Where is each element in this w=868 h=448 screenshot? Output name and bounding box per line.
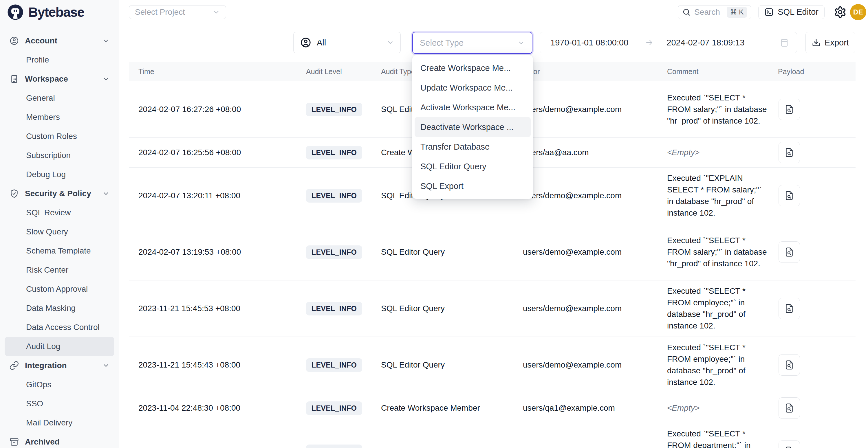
cell-comment: Executed `"SELECT * FROM salary;"` in da… [667,92,778,127]
avatar[interactable]: DE [850,4,866,20]
sidebar-section-archived[interactable]: Archived [5,433,114,448]
cell-payload [778,354,856,376]
audit-level-badge: LEVEL_INFO [306,402,362,415]
type-menu-item-label: Activate Workspace Me... [421,103,515,112]
cell-audit-level: LEVEL_INFO [306,189,381,202]
sidebar-item-label: Integration [25,361,67,370]
topbar-right: Search ⌘ K SQL Editor DE [678,4,866,20]
audit-level-badge: LEVEL_INFO [306,103,362,116]
cell-payload [778,298,856,319]
cell-audit-type: SQL Editor Query [381,248,523,257]
sidebar-item-general[interactable]: General [5,89,114,108]
type-menu-item-activate-workspace-me[interactable]: Activate Workspace Me... [414,98,531,117]
payload-view-button[interactable] [778,242,800,263]
sidebar-item-label: Audit Log [26,342,60,351]
chevron-down-icon [102,37,110,44]
export-button[interactable]: Export [805,32,855,53]
audit-level-badge: LEVEL_INFO [306,302,362,315]
sidebar-item-label: Data Access Control [26,323,100,332]
cell-time: 2023-11-21 15:45:53 +08:00 [129,304,306,313]
sidebar-item-label: Debug Log [26,170,66,179]
chevron-down-icon [102,75,110,83]
chevron-down-icon [517,39,525,46]
sidebar: Bytebase Account Profile Workspace Gener… [0,0,119,448]
sidebar-section-account[interactable]: Account [5,31,114,50]
col-header-time: Time [129,67,306,76]
terminal-icon [764,7,774,17]
sidebar-item-members[interactable]: Members [5,108,114,127]
sidebar-item-profile[interactable]: Profile [5,50,114,69]
cell-actor: users/demo@example.com [523,360,667,370]
sidebar-item-label: Schema Template [26,246,91,256]
payload-view-button[interactable] [778,99,800,120]
sidebar-item-debug-log[interactable]: Debug Log [5,165,114,184]
date-from-value: 1970-01-01 08:00:00 [550,38,628,47]
cell-comment: Executed `"SELECT * FROM salary;"` in da… [667,235,778,269]
cell-time: 2024-02-07 13:20:11 +08:00 [129,191,306,200]
chevron-down-icon [213,8,220,16]
type-menu-item-label: Transfer Database [421,142,490,152]
payload-view-button[interactable] [778,397,800,419]
settings-button[interactable] [833,5,847,19]
sidebar-item-subscription[interactable]: Subscription [5,146,114,165]
actor-filter-select[interactable]: All [293,32,401,53]
cell-payload [778,441,856,448]
type-menu-item-label: Create Workspace Me... [421,63,511,73]
project-select[interactable]: Select Project [129,5,226,19]
cell-audit-level: LEVEL_INFO [306,103,381,116]
export-label: Export [825,38,849,47]
search-input[interactable]: Search ⌘ K [678,5,751,19]
date-range-picker[interactable]: 1970-01-01 08:00:00 2024-02-07 18:09:13 [540,32,797,53]
cell-actor: users/aa@aa.com [523,148,667,157]
sidebar-section-integration[interactable]: Integration [5,356,114,375]
user-circle-icon [9,36,19,46]
type-menu-item-sql-editor-query[interactable]: SQL Editor Query [414,157,531,176]
type-menu-item-update-workspace-me[interactable]: Update Workspace Me... [414,78,531,98]
cell-payload [778,185,856,206]
type-filter-select[interactable]: Select Type [412,32,532,54]
sidebar-item-sql-review[interactable]: SQL Review [5,203,114,222]
sidebar-item-label: Mail Delivery [26,418,72,427]
cell-time: 2023-11-04 22:48:30 +08:00 [129,404,306,413]
cell-payload [778,99,856,120]
sidebar-item-sso[interactable]: SSO [5,394,114,413]
sql-editor-button[interactable]: SQL Editor [758,5,825,19]
sidebar-item-audit-log[interactable]: Audit Log [5,337,114,356]
sidebar-item-custom-approval[interactable]: Custom Approval [5,280,114,299]
sidebar-item-gitops[interactable]: GitOps [5,375,114,394]
sidebar-item-label: Security & Policy [25,189,91,198]
sidebar-section-workspace[interactable]: Workspace [5,69,114,89]
payload-view-button[interactable] [778,185,800,206]
type-menu-item-create-workspace-me[interactable]: Create Workspace Me... [414,58,531,78]
archive-icon [9,437,19,447]
table-row: 2023-11-04 22:48:30 +08:00 LEVEL_INFO Cr… [129,393,856,423]
type-menu-item-transfer-database[interactable]: Transfer Database [414,137,531,157]
payload-view-button[interactable] [778,142,800,163]
cell-actor: users/demo@example.com [523,191,667,200]
file-search-icon [784,247,795,257]
sidebar-item-mail-delivery[interactable]: Mail Delivery [5,413,114,433]
cell-actor: users/qa1@example.com [523,404,667,413]
sidebar-item-risk-center[interactable]: Risk Center [5,260,114,280]
payload-view-button[interactable] [778,354,800,376]
sidebar-item-data-masking[interactable]: Data Masking [5,299,114,318]
type-menu-item-deactivate-workspace[interactable]: Deactivate Workspace ... [414,117,531,137]
sidebar-item-label: Slow Query [26,227,68,236]
type-menu-item-sql-export[interactable]: SQL Export [414,176,531,196]
sidebar-item-slow-query[interactable]: Slow Query [5,222,114,242]
sidebar-section-security-policy[interactable]: Security & Policy [5,184,114,203]
sidebar-item-label: Workspace [25,74,68,84]
cell-payload [778,397,856,419]
sidebar-item-schema-template[interactable]: Schema Template [5,242,114,260]
file-search-icon [784,360,795,370]
col-header-actor: Actor [523,67,667,76]
cell-audit-level: LEVEL_INFO [306,358,381,372]
sidebar-item-data-access-control[interactable]: Data Access Control [5,318,114,337]
type-select-menu: Create Workspace Me...Update Workspace M… [412,55,533,199]
sidebar-item-custom-roles[interactable]: Custom Roles [5,127,114,146]
sidebar-item-label: SSO [26,399,43,408]
cell-audit-level: LEVEL_INFO [306,246,381,259]
payload-view-button[interactable] [778,298,800,319]
brand-logo[interactable]: Bytebase [0,0,119,24]
payload-view-button[interactable] [778,441,800,448]
